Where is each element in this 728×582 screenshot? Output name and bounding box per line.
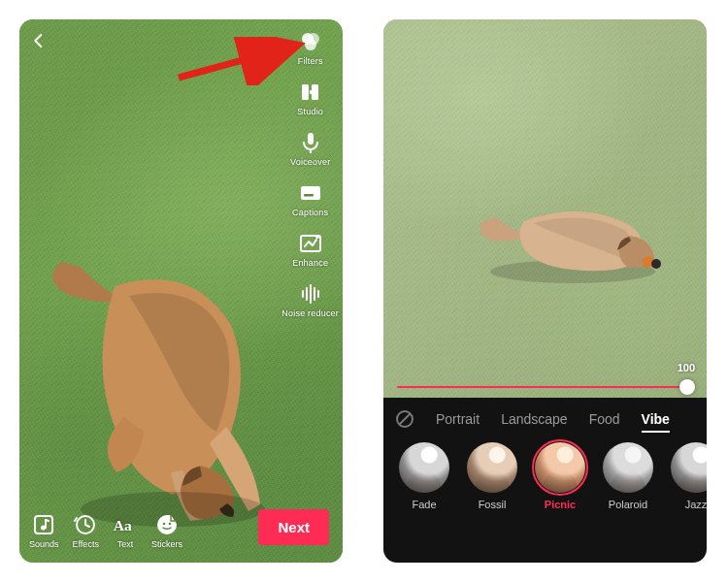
enhance-icon <box>298 231 323 256</box>
filter-thumb <box>671 442 707 493</box>
filter-label: Picnic <box>545 499 576 510</box>
filters-button[interactable]: Filters <box>298 29 323 66</box>
filter-thumb <box>399 442 449 493</box>
category-landscape[interactable]: Landscape <box>501 411 568 427</box>
svg-point-12 <box>315 235 319 239</box>
filter-thumb <box>535 442 585 493</box>
svg-point-3 <box>305 39 316 50</box>
dog-in-preview <box>37 228 289 529</box>
svg-text:Aa: Aa <box>114 517 132 534</box>
filter-picnic[interactable]: Picnic <box>533 442 587 510</box>
captions-icon <box>298 180 323 206</box>
svg-rect-7 <box>308 133 314 145</box>
filter-jazz[interactable]: Jazz <box>669 442 707 510</box>
filter-thumbnails: Fade Fossil Picnic Polaroid Jazz <box>383 438 707 510</box>
svg-rect-18 <box>35 516 52 534</box>
filter-label: Polaroid <box>609 499 647 510</box>
filter-polaroid[interactable]: Polaroid <box>601 442 655 510</box>
sticker-smile-icon <box>154 512 180 537</box>
filters-label: Filters <box>298 56 323 66</box>
right-toolbar: Filters Studio Voiceover Captions Enhanc… <box>281 29 339 318</box>
stickers-label: Stickers <box>151 539 182 549</box>
editor-screen: Filters Studio Voiceover Captions Enhanc… <box>19 19 343 563</box>
text-icon: Aa <box>113 512 138 537</box>
svg-rect-5 <box>312 84 318 100</box>
music-note-icon <box>31 512 56 537</box>
next-button[interactable]: Next <box>258 509 329 545</box>
intensity-slider[interactable] <box>397 386 689 388</box>
filter-panel: Portrait Landscape Food Vibe Fade Fossil… <box>383 398 707 563</box>
bottom-toolbar: Sounds Effects Aa Text Stickers <box>29 512 182 549</box>
captions-button[interactable]: Captions <box>292 180 328 217</box>
studio-label: Studio <box>297 107 323 116</box>
svg-point-19 <box>41 526 46 531</box>
noise-label: Noise reducer <box>281 308 339 318</box>
filter-fade[interactable]: Fade <box>397 442 451 510</box>
microphone-icon <box>298 130 323 155</box>
effects-button[interactable]: Effects <box>73 512 99 549</box>
voiceover-label: Voiceover <box>290 157 330 167</box>
enhance-button[interactable]: Enhance <box>292 231 328 268</box>
filter-label: Fossil <box>479 499 507 510</box>
category-food[interactable]: Food <box>589 411 620 427</box>
voiceover-button[interactable]: Voiceover <box>290 130 330 167</box>
filters-icon <box>298 29 323 54</box>
filter-categories: Portrait Landscape Food Vibe <box>383 398 707 438</box>
svg-point-22 <box>163 523 166 526</box>
category-portrait[interactable]: Portrait <box>436 411 480 427</box>
intensity-value: 100 <box>678 362 695 373</box>
sounds-label: Sounds <box>29 539 59 549</box>
filter-picker-screen: 100 Portrait Landscape Food Vibe Fade Fo… <box>383 19 707 563</box>
svg-rect-9 <box>301 186 320 200</box>
category-vibe[interactable]: Vibe <box>642 411 670 427</box>
filter-thumb <box>467 442 517 493</box>
enhance-label: Enhance <box>292 258 328 268</box>
filter-label: Jazz <box>685 499 707 510</box>
prohibit-icon <box>395 409 414 429</box>
svg-point-23 <box>169 523 172 526</box>
captions-label: Captions <box>292 208 328 217</box>
filter-fossil[interactable]: Fossil <box>465 442 519 510</box>
studio-button[interactable]: Studio <box>297 80 323 116</box>
svg-rect-8 <box>310 149 312 153</box>
text-button[interactable]: Aa Text <box>113 512 138 549</box>
studio-icon <box>298 80 323 105</box>
stickers-button[interactable]: Stickers <box>151 512 182 549</box>
noise-reducer-button[interactable]: Noise reducer <box>281 281 339 318</box>
svg-rect-6 <box>310 90 313 94</box>
filter-label: Fade <box>412 499 436 510</box>
svg-line-29 <box>400 414 411 425</box>
dog-in-preview <box>476 182 670 289</box>
text-label: Text <box>117 539 134 549</box>
effects-clock-icon <box>73 512 98 537</box>
back-button[interactable] <box>25 27 52 54</box>
chevron-left-icon <box>30 32 48 49</box>
effects-label: Effects <box>73 539 99 549</box>
sounds-button[interactable]: Sounds <box>29 512 59 549</box>
filter-thumb <box>603 442 653 493</box>
soundwave-icon <box>298 281 323 307</box>
svg-rect-4 <box>302 84 309 100</box>
no-filter-button[interactable] <box>395 409 414 429</box>
intensity-slider-knob[interactable] <box>679 379 695 395</box>
svg-point-27 <box>651 259 661 269</box>
svg-rect-10 <box>304 194 314 197</box>
